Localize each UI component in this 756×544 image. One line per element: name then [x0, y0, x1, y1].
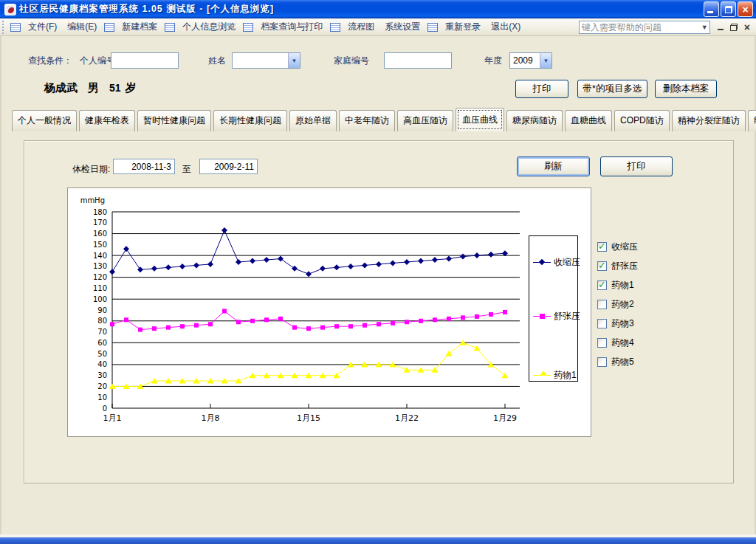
multi-select-button[interactable]: 带*的项目多选: [577, 80, 647, 98]
form-icon: [104, 23, 114, 32]
triangle-marker-icon: [540, 371, 547, 376]
window-bottom-border: [0, 537, 756, 544]
form-icon: [427, 23, 438, 32]
checkbox-icon[interactable]: ✓: [597, 261, 607, 271]
toggle-med2[interactable]: ✓ 药物2: [597, 295, 678, 314]
checkbox-icon[interactable]: ✓: [597, 338, 607, 348]
toggle-systolic[interactable]: ✓ 收缩压: [597, 237, 678, 256]
menu-flowchart[interactable]: 流程图: [328, 18, 379, 36]
title-bar: 社区居民健康档案管理系统 1.05 测试版 - [个人信息浏览] ×: [0, 0, 756, 18]
client-area: 查找条件： 个人编号 姓名 ▼ 家庭编号 年度 2009 ▼ 杨成武男51岁 打…: [0, 36, 756, 534]
personal-id-label: 个人编号: [80, 55, 115, 67]
tab-diabetes-followup[interactable]: 糖尿病随访: [506, 110, 563, 131]
restore-button[interactable]: [721, 1, 736, 17]
svg-text:100: 100: [93, 295, 107, 303]
chart-container: 0102030405060708090100110120130140150160…: [67, 187, 591, 437]
menu-file[interactable]: 文件(F): [23, 18, 62, 36]
minimize-button[interactable]: [704, 1, 719, 17]
family-id-label: 家庭编号: [334, 55, 369, 67]
menu-relogin[interactable]: 重新登录: [425, 18, 486, 36]
year-combobox[interactable]: 2009 ▼: [509, 52, 552, 69]
tab-blood-pressure-curve[interactable]: 血压曲线: [456, 108, 504, 131]
tab-tuberculosis-followup[interactable]: 结核病随访: [748, 110, 756, 131]
legend-entry: 收缩压: [533, 255, 580, 269]
legend-entry: 药物1: [533, 368, 577, 382]
patient-age: 51: [109, 82, 121, 94]
checkbox-icon[interactable]: ✓: [597, 319, 607, 328]
restore-icon: [725, 6, 732, 13]
svg-text:140: 140: [93, 252, 107, 260]
chart-print-button[interactable]: 打印: [600, 156, 673, 176]
form-icon: [165, 23, 175, 32]
name-label: 姓名: [208, 55, 226, 67]
patient-age-unit: 岁: [126, 81, 137, 94]
refresh-button[interactable]: 刷新: [517, 156, 590, 176]
personal-id-input[interactable]: [111, 52, 179, 69]
mdi-window-controls: ×: [718, 23, 750, 32]
mdi-restore-button[interactable]: [730, 24, 738, 31]
toolbar-grip-icon: [1, 21, 5, 34]
exam-date-label: 体检日期:: [72, 163, 110, 176]
svg-text:70: 70: [97, 328, 107, 336]
svg-text:160: 160: [93, 230, 107, 238]
mdi-minimize-button[interactable]: [718, 29, 724, 30]
menu-new-record[interactable]: 新建档案: [102, 18, 162, 36]
help-dropdown-icon[interactable]: ▼: [700, 24, 709, 31]
tab-bar: 个人一般情况 健康年检表 暂时性健康问题 长期性健康问题 原始单据 中老年随访 …: [12, 109, 747, 131]
menu-query-print[interactable]: 档案查询与打印: [241, 18, 328, 36]
checkbox-icon[interactable]: ✓: [597, 300, 607, 309]
range-to-label: 至: [182, 163, 191, 176]
help-search-box: ▼: [579, 21, 710, 34]
menu-bar: 文件(F) 编辑(E) 新建档案 个人信息浏览 档案查询与打印 流程图 系统设置…: [0, 18, 756, 36]
app-window: 社区居民健康档案管理系统 1.05 测试版 - [个人信息浏览] × 文件(F)…: [0, 0, 756, 544]
mdi-close-button[interactable]: ×: [744, 23, 750, 32]
menu-exit[interactable]: 退出(X): [486, 18, 526, 36]
checkbox-icon[interactable]: ✓: [597, 242, 607, 252]
checkbox-icon[interactable]: ✓: [597, 357, 607, 367]
svg-text:50: 50: [97, 350, 107, 358]
toggle-med5[interactable]: ✓ 药物5: [597, 352, 678, 371]
menu-edit[interactable]: 编辑(E): [62, 18, 102, 36]
svg-text:10: 10: [97, 393, 107, 402]
delete-record-button[interactable]: 删除本档案: [655, 80, 717, 98]
year-label: 年度: [484, 55, 502, 67]
date-from-input[interactable]: [113, 159, 175, 174]
tab-elderly-followup[interactable]: 中老年随访: [339, 110, 395, 131]
chevron-down-icon[interactable]: ▼: [540, 53, 551, 68]
svg-text:130: 130: [93, 262, 107, 270]
checkbox-icon[interactable]: ✓: [597, 280, 607, 290]
tab-longterm-health[interactable]: 长期性健康问题: [213, 110, 287, 131]
legend-entry: 舒张压: [533, 309, 580, 323]
tab-schizophrenia-followup[interactable]: 精神分裂症随访: [672, 110, 746, 131]
toggle-med4[interactable]: ✓ 药物4: [597, 333, 678, 352]
svg-text:1月1: 1月1: [103, 413, 122, 423]
tab-blood-glucose-curve[interactable]: 血糖曲线: [565, 110, 612, 131]
name-combobox[interactable]: ▼: [232, 52, 300, 69]
family-id-input[interactable]: [384, 52, 452, 69]
menu-system-settings[interactable]: 系统设置: [379, 18, 425, 36]
toggle-med3[interactable]: ✓ 药物3: [597, 314, 678, 333]
date-to-input[interactable]: [199, 159, 258, 174]
series-toggle-list: ✓ 收缩压 ✓ 舒张压 ✓ 药物1 ✓ 药物2 ✓ 药物3: [597, 237, 678, 371]
window-controls: ×: [704, 1, 753, 17]
tab-personal-general[interactable]: 个人一般情况: [12, 110, 77, 131]
square-marker-icon: [540, 314, 545, 319]
svg-text:110: 110: [93, 284, 107, 292]
patient-summary: 杨成武男51岁: [44, 81, 147, 95]
diamond-marker-icon: [539, 258, 545, 264]
tab-annual-checkup[interactable]: 健康年检表: [79, 110, 135, 131]
svg-text:40: 40: [97, 360, 107, 368]
svg-text:150: 150: [93, 241, 107, 249]
tab-hypertension-followup[interactable]: 高血压随访: [397, 110, 453, 131]
tab-temporary-health[interactable]: 暂时性健康问题: [137, 110, 211, 131]
tab-copd-followup[interactable]: COPD随访: [614, 110, 670, 131]
print-button[interactable]: 打印: [515, 80, 568, 98]
toggle-diastolic[interactable]: ✓ 舒张压: [597, 256, 678, 275]
svg-text:1月29: 1月29: [493, 413, 517, 423]
chevron-down-icon[interactable]: ▼: [288, 53, 300, 68]
tab-original-documents[interactable]: 原始单据: [289, 110, 337, 131]
toggle-med1[interactable]: ✓ 药物1: [597, 275, 678, 295]
help-search-input[interactable]: [580, 22, 700, 32]
menu-personal-info[interactable]: 个人信息浏览: [162, 18, 241, 36]
close-button[interactable]: ×: [738, 1, 753, 17]
